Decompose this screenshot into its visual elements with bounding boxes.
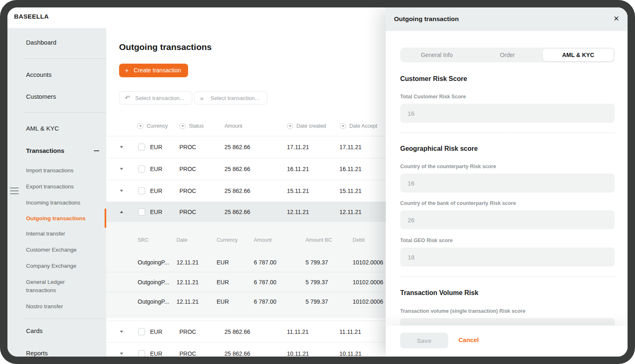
expand-row-icon[interactable] bbox=[120, 190, 123, 192]
country-counterparty-risk-input[interactable] bbox=[400, 174, 615, 193]
cell-status: PROC bbox=[179, 209, 196, 215]
sidebar-item-company-exchange[interactable]: Company Exchange bbox=[26, 262, 91, 270]
cell-status: PROC bbox=[179, 144, 196, 150]
brand-logo: BASEELLA bbox=[14, 13, 49, 20]
cell-currency: EUR bbox=[150, 328, 162, 335]
cancel-button[interactable]: Cancel bbox=[458, 336, 479, 343]
sidebar-item-accounts[interactable]: Accounts bbox=[26, 71, 52, 79]
subcell-amount-bc: 5 799.37 bbox=[306, 259, 328, 266]
sidebar-item-nostro-transfer[interactable]: Nostro transfer bbox=[26, 302, 91, 311]
expand-row-icon[interactable] bbox=[120, 146, 123, 148]
subcell-debit: 10102.0006 bbox=[353, 298, 383, 305]
panel-title: Outgoing transaction bbox=[394, 15, 459, 23]
create-transaction-button[interactable]: +Create transaction bbox=[119, 64, 188, 77]
cell-date-accept: 17.11.21 bbox=[339, 144, 361, 150]
cell-status: PROC bbox=[179, 188, 196, 194]
subcell-currency: EUR bbox=[217, 259, 229, 266]
double-chevron-right-icon: » bbox=[200, 95, 203, 102]
sidebar-item-general-ledger-transactions[interactable]: General Ledger transactions bbox=[26, 278, 91, 295]
cell-date-accept: 11.11.21 bbox=[339, 328, 361, 335]
section-heading-geo-risk: Geographical Risk score bbox=[400, 145, 615, 153]
cell-date-created: 15.11.21 bbox=[287, 188, 309, 194]
cell-date-created: 16.11.21 bbox=[287, 166, 309, 172]
sidebar-item-import-transactions[interactable]: Import transactions bbox=[26, 167, 91, 175]
sidebar-item-reports[interactable]: Reports bbox=[26, 350, 48, 357]
country-bank-risk-input[interactable] bbox=[400, 210, 615, 229]
subcell-currency: EUR bbox=[217, 279, 229, 285]
sidebar-item-transactions[interactable]: Transactions bbox=[26, 147, 64, 155]
subcol-header-src: SRC bbox=[138, 237, 148, 243]
filter-status-icon[interactable] bbox=[179, 123, 186, 129]
select-transaction-forward-button[interactable]: » Select transaction... bbox=[194, 91, 267, 105]
subcell-date: 12.11.21 bbox=[177, 279, 198, 285]
subcell-amount-bc: 5 799.37 bbox=[306, 279, 328, 285]
panel-tab-bar: General Info Order AML & KYC bbox=[400, 48, 615, 62]
close-icon[interactable]: ✕ bbox=[614, 14, 619, 24]
row-checkbox[interactable] bbox=[138, 350, 145, 357]
sidebar-item-customers[interactable]: Customers bbox=[26, 93, 56, 100]
subcell-debit: 10102.0006 bbox=[353, 279, 383, 285]
cell-currency: EUR bbox=[150, 188, 162, 194]
expand-row-icon[interactable] bbox=[120, 352, 123, 354]
filter-date-accept-icon[interactable] bbox=[340, 123, 346, 129]
select-transaction-back-button[interactable]: ↶ Select transaction... bbox=[119, 91, 192, 105]
subcell-date: 12.11.21 bbox=[177, 259, 198, 266]
col-header-amount: Amount bbox=[224, 123, 242, 129]
tab-order[interactable]: Order bbox=[472, 49, 543, 61]
sidebar-item-customer-exchange[interactable]: Customer Exchange bbox=[26, 246, 91, 254]
panel-footer: Save Cancel bbox=[386, 326, 628, 357]
panel-body: General Info Order AML & KYC Customer Ri… bbox=[400, 31, 615, 357]
active-item-indicator bbox=[105, 209, 106, 228]
sidebar-item-internal-transfer[interactable]: Internal transfer bbox=[26, 230, 91, 238]
sidebar-item-cards[interactable]: Cards bbox=[26, 327, 43, 335]
panel-header: Outgoing transaction ✕ bbox=[386, 7, 628, 31]
cell-amount: 25 862.66 bbox=[224, 188, 250, 194]
expand-row-icon[interactable] bbox=[120, 168, 123, 170]
filter-date-created-icon[interactable] bbox=[287, 123, 293, 129]
subcell-amount: 6 787.00 bbox=[254, 279, 277, 285]
cell-amount: 25 862.66 bbox=[224, 209, 250, 215]
filter-currency-icon[interactable] bbox=[137, 123, 143, 129]
subcol-header-amount-bc: Amount BC bbox=[306, 237, 332, 243]
tab-general-info[interactable]: General Info bbox=[401, 49, 472, 61]
tab-aml-kyc[interactable]: AML & KYC bbox=[543, 49, 614, 61]
cell-amount: 25 862.66 bbox=[224, 144, 250, 150]
subcol-header-date: Date bbox=[177, 237, 187, 243]
app-window: BASEELLA Dashboard Accounts Customers AM… bbox=[7, 7, 628, 357]
cell-date-created: 12.11.21 bbox=[287, 209, 309, 215]
field-label-volume-single: Transaction volume (single transaction) … bbox=[400, 308, 615, 314]
sidebar-item-export-transactions[interactable]: Export transactions bbox=[26, 183, 91, 191]
save-button[interactable]: Save bbox=[400, 333, 448, 348]
field-label-total-geo: Total GEO Risk score bbox=[400, 238, 615, 244]
total-geo-risk-input[interactable] bbox=[400, 247, 615, 266]
expand-row-icon[interactable] bbox=[120, 331, 123, 333]
sidebar-item-dashboard[interactable]: Dashboard bbox=[26, 39, 56, 46]
row-checkbox[interactable] bbox=[138, 188, 145, 195]
subcell-amount-bc: 5 799.37 bbox=[306, 298, 328, 305]
app-frame: BASEELLA Dashboard Accounts Customers AM… bbox=[0, 0, 635, 364]
row-checkbox[interactable] bbox=[138, 166, 145, 173]
collapse-icon[interactable] bbox=[94, 150, 99, 151]
sidebar-item-outgoing-transactions[interactable]: Outgoing transactions bbox=[26, 214, 91, 223]
subcell-amount: 6 787.00 bbox=[254, 259, 277, 266]
sidebar-item-incoming-transactions[interactable]: Incoming transactions bbox=[26, 199, 91, 207]
total-customer-risk-input[interactable] bbox=[400, 104, 615, 123]
col-header-date-accept: Date Accept bbox=[349, 123, 377, 129]
row-checkbox[interactable] bbox=[138, 144, 145, 151]
subcell-amount: 6 787.00 bbox=[254, 298, 277, 305]
cell-amount: 25 862.66 bbox=[224, 328, 250, 335]
cell-date-accept: 15.11.21 bbox=[339, 188, 361, 194]
sidebar: Dashboard Accounts Customers AML & KYC T… bbox=[7, 28, 106, 357]
collapse-row-icon[interactable] bbox=[120, 211, 123, 213]
cell-currency: EUR bbox=[150, 209, 162, 215]
row-checkbox[interactable] bbox=[138, 328, 145, 335]
plus-icon: + bbox=[125, 67, 129, 74]
subcol-header-amount: Amount bbox=[254, 237, 272, 243]
sidebar-divider bbox=[24, 319, 106, 319]
row-checkbox[interactable] bbox=[138, 209, 145, 216]
cell-status: PROC bbox=[179, 166, 196, 172]
cell-date-created: 10.11.21 bbox=[287, 350, 309, 357]
col-header-currency: Currency bbox=[147, 123, 168, 129]
menu-icon[interactable] bbox=[10, 188, 19, 195]
sidebar-item-aml-kyc[interactable]: AML & KYC bbox=[26, 125, 59, 132]
